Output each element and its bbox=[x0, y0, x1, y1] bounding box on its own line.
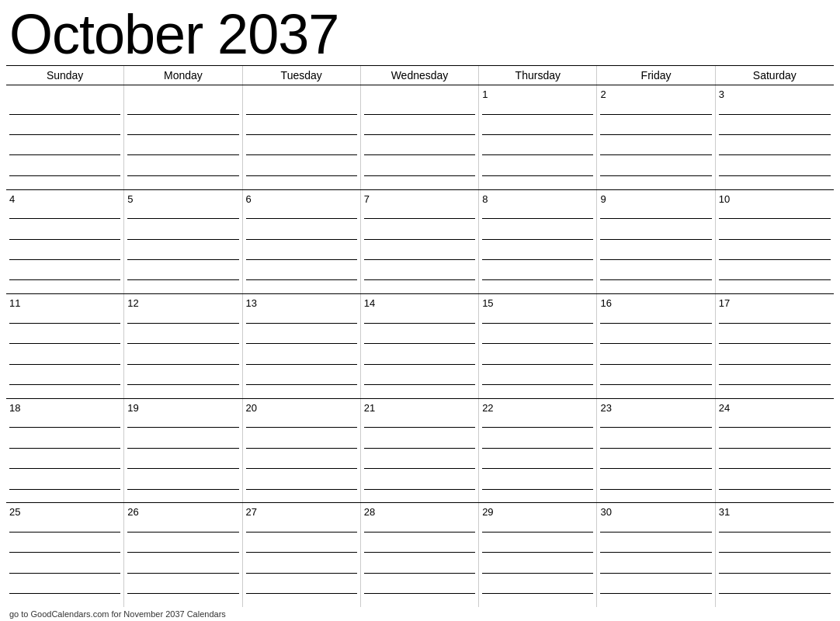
day-line bbox=[246, 532, 357, 533]
day-line bbox=[600, 593, 711, 594]
day-line bbox=[127, 239, 238, 240]
week-row: 123 bbox=[6, 85, 834, 190]
day-line bbox=[482, 448, 593, 449]
day-line bbox=[9, 343, 120, 344]
day-lines bbox=[719, 207, 831, 294]
day-line bbox=[719, 259, 831, 260]
day-line bbox=[246, 323, 357, 324]
week-row: 18192021222324 bbox=[6, 399, 834, 504]
day-line bbox=[246, 489, 357, 490]
day-line bbox=[600, 343, 711, 344]
day-line bbox=[482, 489, 593, 490]
day-line bbox=[600, 448, 711, 449]
day-lines bbox=[364, 207, 475, 294]
day-line bbox=[364, 427, 475, 428]
day-lines bbox=[9, 207, 120, 294]
day-line bbox=[127, 384, 238, 385]
day-line bbox=[600, 323, 711, 324]
day-line bbox=[719, 323, 831, 324]
day-lines bbox=[246, 416, 357, 503]
day-lines bbox=[246, 102, 357, 189]
day-lines bbox=[9, 520, 120, 607]
day-line bbox=[482, 175, 593, 176]
day-line bbox=[364, 489, 475, 490]
day-number: 27 bbox=[246, 506, 357, 519]
day-lines bbox=[600, 102, 711, 189]
day-header: Thursday bbox=[479, 66, 597, 85]
day-number: 16 bbox=[600, 297, 711, 310]
day-line bbox=[127, 593, 238, 594]
calendar-container: October 2037 SundayMondayTuesdayWednesda… bbox=[0, 0, 840, 621]
day-line bbox=[600, 427, 711, 428]
day-line bbox=[127, 448, 238, 449]
day-line bbox=[719, 573, 831, 574]
day-line bbox=[127, 134, 238, 135]
day-cell: 11 bbox=[6, 294, 124, 398]
weeks-container: 1234567891011121314151617181920212223242… bbox=[6, 85, 834, 607]
day-number: 29 bbox=[482, 506, 593, 519]
day-cell: 7 bbox=[361, 190, 479, 294]
day-line bbox=[246, 279, 357, 280]
day-line bbox=[600, 154, 711, 155]
day-line bbox=[600, 218, 711, 219]
day-line bbox=[9, 364, 120, 365]
day-line bbox=[364, 573, 475, 574]
day-cell: 10 bbox=[716, 190, 834, 294]
day-number: 12 bbox=[127, 297, 238, 310]
week-row: 45678910 bbox=[6, 190, 834, 295]
day-line bbox=[246, 364, 357, 365]
day-number: 9 bbox=[600, 193, 711, 206]
day-cell: 19 bbox=[124, 399, 242, 503]
day-line bbox=[364, 134, 475, 135]
day-header: Friday bbox=[597, 66, 715, 85]
day-line bbox=[482, 384, 593, 385]
day-line bbox=[9, 448, 120, 449]
day-number: 8 bbox=[482, 193, 593, 206]
day-cell: 31 bbox=[716, 503, 834, 607]
day-number: 18 bbox=[9, 402, 120, 415]
day-cell: 15 bbox=[479, 294, 597, 398]
day-line bbox=[364, 239, 475, 240]
day-line bbox=[719, 154, 831, 155]
day-lines bbox=[482, 207, 593, 294]
calendar-grid: SundayMondayTuesdayWednesdayThursdayFrid… bbox=[6, 65, 834, 607]
day-line bbox=[719, 593, 831, 594]
day-lines bbox=[719, 102, 831, 189]
day-line bbox=[246, 259, 357, 260]
day-line bbox=[719, 552, 831, 553]
day-header: Saturday bbox=[716, 66, 834, 85]
day-cell bbox=[124, 85, 242, 189]
day-cell: 3 bbox=[716, 85, 834, 189]
day-line bbox=[9, 573, 120, 574]
day-lines bbox=[600, 416, 711, 503]
day-number: 10 bbox=[719, 193, 831, 206]
day-cell: 8 bbox=[479, 190, 597, 294]
day-lines bbox=[482, 416, 593, 503]
day-number bbox=[127, 88, 238, 101]
day-number bbox=[364, 88, 475, 101]
day-line bbox=[600, 134, 711, 135]
day-number: 3 bbox=[719, 88, 831, 101]
day-line bbox=[719, 239, 831, 240]
day-cell bbox=[6, 85, 124, 189]
day-header: Sunday bbox=[6, 66, 124, 85]
day-line bbox=[246, 154, 357, 155]
day-line bbox=[246, 573, 357, 574]
day-line bbox=[364, 323, 475, 324]
day-line bbox=[482, 154, 593, 155]
day-lines bbox=[600, 311, 711, 398]
day-cell: 20 bbox=[243, 399, 361, 503]
day-headers: SundayMondayTuesdayWednesdayThursdayFrid… bbox=[6, 66, 834, 85]
day-line bbox=[482, 468, 593, 469]
day-line bbox=[9, 259, 120, 260]
day-cell: 6 bbox=[243, 190, 361, 294]
day-line bbox=[127, 364, 238, 365]
day-line bbox=[127, 218, 238, 219]
day-line bbox=[719, 532, 831, 533]
day-line bbox=[246, 448, 357, 449]
day-line bbox=[364, 279, 475, 280]
day-number: 21 bbox=[364, 402, 475, 415]
day-line bbox=[9, 489, 120, 490]
day-line bbox=[246, 218, 357, 219]
day-line bbox=[364, 343, 475, 344]
